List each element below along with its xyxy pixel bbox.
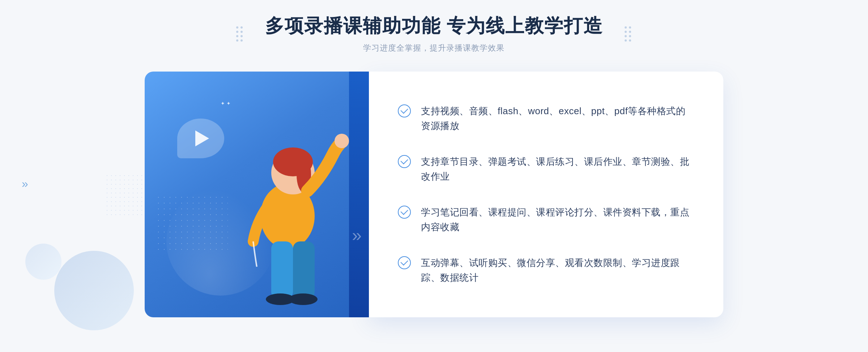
dot-group-left: [236, 26, 243, 42]
info-card: 支持视频、音频、flash、word、excel、ppt、pdf等各种格式的资源…: [369, 72, 723, 317]
check-icon-2: [398, 155, 411, 168]
feature-item-4: 互动弹幕、试听购买、微信分享、观看次数限制、学习进度跟踪、数据统计: [398, 256, 694, 286]
svg-rect-5: [271, 241, 293, 299]
header-section: 多项录播课辅助功能 专为线上教学打造 学习进度全掌握，提升录播课教学效果: [265, 14, 603, 53]
main-title: 多项录播课辅助功能 专为线上教学打造: [265, 14, 603, 37]
check-icon-1: [398, 104, 411, 117]
check-icon-3: [398, 206, 411, 219]
dot-group-right: [625, 26, 632, 42]
header-dots-left: [236, 26, 243, 42]
sub-title: 学习进度全掌握，提升录播课教学效果: [265, 43, 603, 53]
check-icon-4: [398, 256, 411, 269]
svg-point-4: [335, 134, 349, 148]
feature-text-1: 支持视频、音频、flash、word、excel、ppt、pdf等各种格式的资源…: [421, 104, 694, 134]
svg-point-8: [289, 293, 318, 305]
feature-text-3: 学习笔记回看、课程提问、课程评论打分、课件资料下载，重点内容收藏: [421, 205, 694, 235]
feature-item-3: 学习笔记回看、课程提问、课程评论打分、课件资料下载，重点内容收藏: [398, 205, 694, 235]
illustration-chevron: »: [352, 225, 358, 245]
illustration-card: ✦ ✦ »: [145, 72, 369, 317]
circle-decoration-small: [25, 244, 61, 280]
feature-text-4: 互动弹幕、试听购买、微信分享、观看次数限制、学习进度跟踪、数据统计: [421, 256, 694, 286]
dot-pattern-left: [105, 173, 148, 217]
play-triangle-icon: [195, 130, 209, 146]
feature-item-1: 支持视频、音频、flash、word、excel、ppt、pdf等各种格式的资源…: [398, 104, 694, 134]
main-content: ✦ ✦ »: [145, 72, 723, 317]
sparkle-decoration: ✦ ✦: [221, 100, 231, 106]
blue-strip: [349, 72, 369, 317]
person-illustration: [221, 111, 351, 317]
feature-text-2: 支持章节目录、弹题考试、课后练习、课后作业、章节测验、批改作业: [421, 154, 694, 184]
svg-rect-6: [293, 241, 315, 299]
play-bubble: [177, 119, 224, 158]
feature-item-2: 支持章节目录、弹题考试、课后练习、课后作业、章节测验、批改作业: [398, 154, 694, 184]
circle-decoration-large: [54, 251, 134, 330]
chevron-left-icon: »: [22, 177, 28, 190]
header-dots-right: [625, 26, 632, 42]
